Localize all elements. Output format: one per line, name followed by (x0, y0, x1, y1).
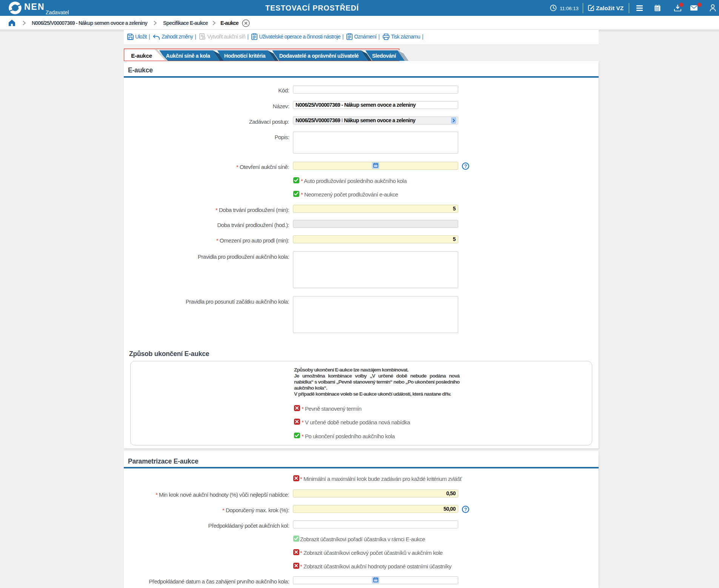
svg-text:Aukční síně a kola: Aukční síně a kola (166, 53, 210, 59)
svg-text:Sledování: Sledování (372, 53, 397, 59)
svg-text:?: ? (464, 164, 467, 169)
svg-text:E-aukce: E-aukce (131, 52, 152, 59)
svg-text:Hodnotící kritéria: Hodnotící kritéria (224, 53, 266, 59)
svg-text:?: ? (464, 507, 467, 512)
svg-text:Dodavatelé a oprávnění uživate: Dodavatelé a oprávnění uživatelé (279, 53, 359, 59)
